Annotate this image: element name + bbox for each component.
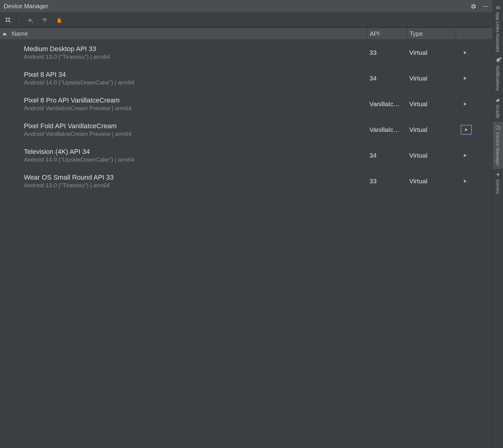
play-button[interactable] bbox=[461, 125, 472, 135]
device-api: VanillaIc… bbox=[367, 126, 407, 133]
device-text: Wear OS Small Round API 33Android 13.0 (… bbox=[24, 174, 367, 189]
header-name-label: Name bbox=[12, 30, 28, 37]
device-type: Virtual bbox=[407, 100, 456, 108]
device-subtitle: Android 13.0 ("Tiramisu") | arm64 bbox=[24, 182, 367, 189]
title-actions bbox=[470, 3, 489, 10]
device-api: 33 bbox=[367, 49, 407, 56]
device-subtitle: Android 13.0 ("Tiramisu") | arm64 bbox=[24, 54, 367, 60]
device-type-icon bbox=[0, 126, 24, 133]
firebase-icon[interactable] bbox=[55, 16, 63, 24]
svg-rect-1 bbox=[6, 17, 8, 19]
device-text: Television (4K) API 34Android 14.0 ("Ups… bbox=[24, 148, 367, 163]
svg-point-28 bbox=[478, 155, 478, 155]
device-type: Virtual bbox=[407, 126, 456, 133]
device-name: Pixel 8 API 34 bbox=[24, 71, 367, 79]
svg-point-30 bbox=[478, 156, 478, 156]
devices-icon bbox=[495, 125, 501, 130]
rail-label: Notifications bbox=[495, 66, 501, 91]
device-type: Virtual bbox=[407, 152, 456, 159]
rail-item-app-links[interactable]: App Links Assistant bbox=[493, 2, 503, 55]
device-actions bbox=[456, 125, 493, 135]
svg-point-35 bbox=[478, 180, 478, 181]
svg-point-25 bbox=[480, 130, 480, 130]
device-name: Pixel 8 Pro API VanillaIceCream bbox=[24, 96, 367, 104]
device-api: 34 bbox=[367, 75, 407, 82]
svg-point-36 bbox=[478, 181, 478, 181]
svg-point-29 bbox=[478, 155, 478, 155]
device-manager-panel: Device Manager Name API Ty bbox=[0, 0, 493, 448]
device-type: Virtual bbox=[407, 75, 456, 82]
device-grid-icon[interactable] bbox=[4, 16, 12, 24]
toolbar bbox=[0, 13, 493, 28]
svg-rect-3 bbox=[6, 20, 8, 22]
device-name: Television (4K) API 34 bbox=[24, 148, 367, 156]
device-row[interactable]: Pixel Fold API VanillaIceCreamAndroid Va… bbox=[0, 117, 493, 143]
play-button[interactable] bbox=[461, 48, 469, 57]
sort-asc-icon bbox=[2, 32, 7, 35]
add-device-icon[interactable] bbox=[26, 16, 34, 24]
svg-point-19 bbox=[478, 104, 478, 104]
play-button[interactable] bbox=[461, 100, 469, 108]
device-type: Virtual bbox=[407, 177, 456, 185]
device-text: Pixel 8 Pro API VanillaIceCreamAndroid V… bbox=[24, 96, 367, 112]
svg-point-14 bbox=[478, 78, 478, 78]
svg-rect-39 bbox=[498, 127, 500, 130]
device-api: VanillaIc… bbox=[367, 100, 407, 108]
device-row[interactable]: Wear OS Small Round API 33Android 13.0 (… bbox=[0, 168, 493, 194]
device-row[interactable]: Television (4K) API 34Android 14.0 ("Ups… bbox=[0, 143, 493, 168]
svg-point-5 bbox=[44, 21, 45, 22]
header-type[interactable]: Type bbox=[407, 28, 456, 39]
more-actions-icon[interactable] bbox=[475, 177, 482, 185]
device-row[interactable]: Pixel 8 Pro API VanillaIceCreamAndroid V… bbox=[0, 91, 493, 117]
rail-item-device-manager[interactable]: Device Manager bbox=[493, 122, 503, 169]
device-name: Medium Desktop API 33 bbox=[24, 45, 367, 53]
device-api: 33 bbox=[367, 177, 407, 185]
more-actions-icon[interactable] bbox=[478, 125, 484, 134]
device-row[interactable]: Medium Desktop API 33Android 13.0 ("Tira… bbox=[0, 40, 493, 65]
svg-rect-0 bbox=[483, 6, 488, 7]
device-api: 34 bbox=[367, 152, 407, 159]
rail-item-gradle[interactable]: Gradle bbox=[493, 94, 503, 122]
rail-label: Device Manager bbox=[495, 132, 501, 166]
device-type-icon bbox=[0, 177, 24, 185]
device-actions bbox=[456, 100, 493, 108]
device-type: Virtual bbox=[407, 49, 456, 56]
device-row[interactable]: Pixel 8 API 34Android 14.0 ("UpsideDownC… bbox=[0, 65, 493, 91]
spark-icon bbox=[495, 172, 501, 177]
svg-point-10 bbox=[478, 53, 478, 53]
minimize-icon[interactable] bbox=[482, 3, 489, 10]
rail-label: Gradle bbox=[495, 105, 501, 118]
device-text: Pixel 8 API 34Android 14.0 ("UpsideDownC… bbox=[24, 71, 367, 86]
header-name[interactable]: Name bbox=[0, 30, 367, 37]
toolbar-separator bbox=[19, 17, 19, 24]
svg-point-23 bbox=[480, 129, 480, 129]
device-subtitle: Android VanillaIceCream Preview | arm64 bbox=[24, 105, 367, 112]
header-api[interactable]: API bbox=[367, 28, 407, 39]
play-button[interactable] bbox=[461, 151, 469, 160]
svg-point-9 bbox=[478, 52, 478, 53]
gear-icon[interactable] bbox=[470, 3, 477, 10]
device-text: Pixel Fold API VanillaIceCreamAndroid Va… bbox=[24, 122, 367, 137]
more-actions-icon[interactable] bbox=[475, 151, 482, 160]
link-icon bbox=[495, 5, 501, 10]
device-actions bbox=[456, 177, 493, 185]
header-actions bbox=[456, 28, 493, 39]
wifi-pair-icon[interactable] bbox=[41, 16, 49, 24]
device-type-icon bbox=[0, 49, 24, 56]
svg-point-15 bbox=[478, 79, 478, 79]
svg-rect-4 bbox=[8, 20, 10, 22]
play-button[interactable] bbox=[461, 177, 469, 185]
svg-point-18 bbox=[478, 103, 478, 103]
more-actions-icon[interactable] bbox=[475, 74, 482, 83]
device-subtitle: Android 14.0 ("UpsideDownCake") | arm64 bbox=[24, 79, 367, 86]
gradle-icon bbox=[495, 97, 501, 103]
svg-point-37 bbox=[478, 181, 478, 182]
rail-item-gemini[interactable]: Gemini bbox=[493, 169, 503, 197]
play-button[interactable] bbox=[461, 74, 469, 83]
right-tool-rail: App Links AssistantNotificationsGradleDe… bbox=[493, 0, 503, 448]
more-actions-icon[interactable] bbox=[475, 100, 482, 108]
rail-item-notifications[interactable]: Notifications bbox=[493, 55, 503, 94]
more-actions-icon[interactable] bbox=[475, 48, 482, 57]
device-type-icon bbox=[0, 75, 24, 82]
table-header: Name API Type bbox=[0, 28, 493, 40]
